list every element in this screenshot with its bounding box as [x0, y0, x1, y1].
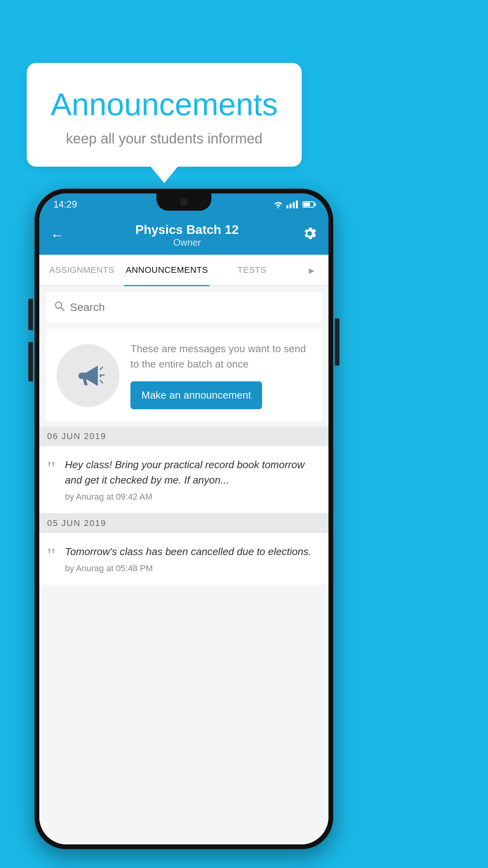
- app-bar: ← Physics Batch 12 Owner: [39, 215, 328, 255]
- battery-icon: [303, 201, 314, 208]
- announcement-meta-2: by Anurag at 05:48 PM: [65, 563, 321, 574]
- tabs-bar: ASSIGNMENTS ANNOUNCEMENTS TESTS ▸: [39, 255, 328, 286]
- announcement-empty-right: These are messages you want to send to t…: [130, 341, 311, 409]
- announcement-item-2[interactable]: " Tomorrow's class has been cancelled du…: [39, 533, 328, 585]
- camera: [180, 198, 188, 206]
- date-separator-1: 06 JUN 2019: [39, 427, 328, 446]
- volume-button: [28, 342, 33, 381]
- make-announcement-button[interactable]: Make an announcement: [130, 381, 262, 409]
- app-bar-title-area: Physics Batch 12 Owner: [72, 223, 302, 248]
- svg-point-0: [277, 207, 279, 208]
- settings-button[interactable]: [302, 226, 317, 245]
- tab-tests[interactable]: TESTS: [209, 255, 294, 285]
- svg-line-5: [100, 381, 103, 383]
- announcement-text-1: Hey class! Bring your practical record b…: [65, 457, 321, 502]
- phone-frame: 14:29: [35, 189, 333, 849]
- speech-bubble: Announcements keep all your students inf…: [27, 63, 302, 167]
- tab-more[interactable]: ▸: [294, 255, 328, 285]
- speech-bubble-container: Announcements keep all your students inf…: [27, 63, 302, 167]
- wifi-icon: [273, 200, 283, 208]
- announcement-body-2: Tomorrow's class has been cancelled due …: [65, 544, 321, 559]
- bubble-title: Announcements: [46, 86, 282, 123]
- status-icons: [273, 200, 314, 208]
- signal-icon: [286, 200, 298, 208]
- back-button[interactable]: ←: [50, 227, 64, 243]
- announcement-body-1: Hey class! Bring your practical record b…: [65, 457, 321, 488]
- bubble-subtitle: keep all your students informed: [46, 131, 282, 147]
- date-separator-2: 05 JUN 2019: [39, 513, 328, 533]
- quote-icon-2: ": [47, 546, 55, 566]
- content-area: These are messages you want to send to t…: [39, 286, 328, 844]
- search-input[interactable]: [70, 301, 314, 314]
- announcement-item-1[interactable]: " Hey class! Bring your practical record…: [39, 446, 328, 513]
- search-bar[interactable]: [46, 292, 322, 322]
- megaphone-icon: [70, 358, 106, 393]
- status-bar: 14:29: [39, 193, 328, 215]
- svg-line-3: [100, 367, 103, 370]
- empty-description: These are messages you want to send to t…: [130, 341, 311, 372]
- app-bar-title: Physics Batch 12: [72, 223, 302, 237]
- announcement-empty-state: These are messages you want to send to t…: [46, 329, 322, 422]
- announcement-meta-1: by Anurag at 09:42 AM: [65, 492, 321, 502]
- announcement-text-2: Tomorrow's class has been cancelled due …: [65, 544, 321, 574]
- megaphone-circle: [57, 344, 119, 407]
- svg-line-2: [61, 307, 64, 311]
- app-bar-subtitle: Owner: [72, 237, 302, 248]
- quote-icon-1: ": [47, 459, 55, 479]
- status-time: 14:29: [53, 199, 77, 210]
- power-button: [335, 318, 339, 366]
- tab-announcements[interactable]: ANNOUNCEMENTS: [124, 255, 209, 285]
- phone-screen: 14:29: [39, 193, 328, 844]
- notch: [156, 193, 211, 211]
- tab-assignments[interactable]: ASSIGNMENTS: [39, 255, 124, 285]
- search-icon: [53, 300, 65, 315]
